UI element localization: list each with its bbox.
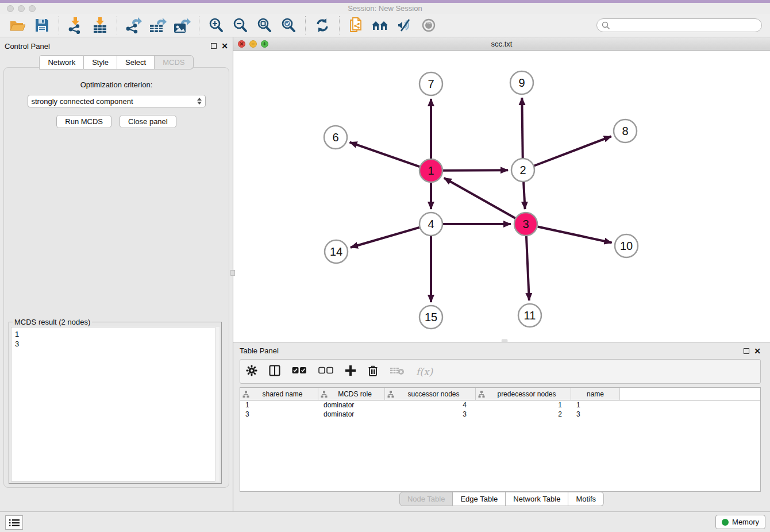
edge-4-14[interactable] [351, 228, 419, 248]
run-mcds-button[interactable]: Run MCDS [56, 115, 111, 128]
memory-label: Memory [732, 518, 759, 526]
network-window-titlebar[interactable]: ✕ − + scc.txt [233, 37, 770, 51]
delete-table-button[interactable] [390, 366, 405, 377]
float-panel-icon[interactable] [744, 348, 749, 354]
node-label: 1 [428, 164, 434, 177]
optimization-criterion-select[interactable]: strongly connected component [28, 95, 206, 107]
edge-1-6[interactable] [350, 142, 420, 167]
deselect-all-button[interactable] [318, 367, 333, 377]
node-label: 6 [332, 131, 338, 144]
clone-network-button[interactable] [346, 16, 366, 35]
delete-column-button[interactable] [368, 365, 378, 379]
hide-details-button[interactable] [395, 16, 414, 35]
node-label: 3 [522, 218, 529, 230]
close-panel-icon[interactable]: ✕ [754, 348, 761, 354]
selected-option-label: strongly connected component [32, 97, 197, 106]
node-11[interactable]: 11 [518, 304, 541, 327]
table-cell[interactable]: 1 [240, 401, 318, 409]
open-session-button[interactable] [8, 16, 28, 35]
save-session-button[interactable] [32, 16, 52, 35]
edge-1-2[interactable] [443, 170, 508, 171]
column-header-label: successor nodes [394, 390, 473, 398]
node-3[interactable]: 3 [514, 213, 537, 236]
node-9[interactable]: 9 [510, 71, 533, 94]
edge-2-8[interactable] [534, 136, 611, 165]
refresh-button[interactable] [313, 16, 332, 35]
column-header-shared-name[interactable]: shared name [240, 388, 318, 400]
close-panel-icon[interactable]: ✕ [221, 43, 228, 49]
node-1[interactable]: 1 [419, 159, 442, 182]
task-history-button[interactable] [5, 515, 23, 530]
close-panel-button[interactable]: Close panel [120, 115, 176, 128]
zoom-out-button[interactable] [230, 16, 250, 35]
split-view-button[interactable] [269, 365, 280, 379]
show-details-button[interactable] [419, 16, 438, 35]
edge-2-9[interactable] [522, 98, 522, 158]
select-all-button[interactable] [292, 367, 307, 377]
tab-edge-table[interactable]: Edge Table [453, 492, 506, 506]
function-builder-button[interactable]: f(x) [416, 366, 433, 377]
edge-3-11[interactable] [526, 236, 529, 300]
node-14[interactable]: 14 [325, 240, 348, 263]
zoom-selected-button[interactable] [279, 16, 298, 35]
column-header-MCDS-role[interactable]: MCDS role [318, 388, 385, 400]
first-neighbors-button[interactable] [371, 16, 390, 35]
search-field[interactable] [596, 18, 762, 32]
tab-style[interactable]: Style [84, 55, 117, 70]
gear-button[interactable] [246, 365, 257, 379]
column-header-predecessor-nodes[interactable]: predecessor nodes [476, 388, 571, 400]
tab-motifs[interactable]: Motifs [568, 492, 604, 506]
tab-select[interactable]: Select [117, 55, 155, 70]
node-6[interactable]: 6 [324, 126, 347, 149]
mcds-result-group: MCDS result (2 nodes) 1 3 [9, 322, 222, 484]
import-table-button[interactable] [90, 16, 110, 35]
network-graph[interactable]: 7968124314101511 [233, 51, 770, 342]
node-table[interactable]: shared nameMCDS rolesuccessor nodesprede… [240, 387, 761, 492]
add-column-button[interactable] [345, 365, 356, 379]
export-table-button[interactable] [148, 16, 168, 35]
mcds-result-text[interactable]: 1 3 [11, 327, 220, 481]
table-cell[interactable]: 1 [571, 401, 620, 409]
memory-button[interactable]: Memory [715, 515, 765, 529]
node-4[interactable]: 4 [419, 213, 442, 236]
table-row[interactable]: 1dominator411 [240, 400, 760, 410]
zoom-fit-button[interactable] [255, 16, 274, 35]
export-image-button[interactable] [172, 16, 192, 35]
node-label: 7 [428, 78, 434, 90]
result-scrollbar[interactable] [215, 327, 220, 481]
zoom-in-button[interactable] [206, 16, 226, 35]
table-cell[interactable]: 3 [240, 410, 318, 418]
hide-details-icon [396, 17, 413, 33]
tab-mcds[interactable]: MCDS [155, 55, 193, 70]
search-input[interactable] [613, 21, 757, 30]
node-10[interactable]: 10 [615, 234, 638, 257]
export-image-icon [173, 17, 191, 34]
table-cell[interactable]: 3 [571, 410, 620, 418]
node-8[interactable]: 8 [614, 119, 637, 142]
node-15[interactable]: 15 [419, 306, 442, 329]
edge-3-1[interactable] [444, 178, 515, 218]
table-cell[interactable]: 4 [385, 401, 476, 409]
split-view-icon [269, 365, 280, 376]
table-cell[interactable]: 2 [476, 410, 571, 418]
application-window: Session: New Session [0, 0, 770, 532]
node-7[interactable]: 7 [419, 72, 442, 95]
column-header-successor-nodes[interactable]: successor nodes [385, 388, 476, 400]
column-header-name[interactable]: name [571, 388, 620, 400]
edge-2-3[interactable] [523, 182, 525, 209]
edge-3-10[interactable] [538, 226, 612, 242]
tab-node-table[interactable]: Node Table [399, 492, 453, 506]
table-cell[interactable]: dominator [318, 410, 385, 418]
splitter-handle[interactable] [230, 270, 235, 276]
export-network-button[interactable] [124, 16, 144, 35]
tab-network[interactable]: Network [39, 55, 84, 70]
table-cell[interactable]: 3 [385, 410, 476, 418]
tab-network-table[interactable]: Network Table [506, 492, 568, 506]
table-cell[interactable]: dominator [318, 401, 385, 409]
table-cell[interactable]: 1 [476, 401, 571, 409]
float-panel-icon[interactable] [211, 43, 217, 49]
import-network-button[interactable] [66, 16, 86, 35]
table-row[interactable]: 3dominator323 [240, 410, 760, 419]
node-2[interactable]: 2 [511, 159, 534, 182]
network-canvas[interactable]: 7968124314101511 [233, 51, 770, 342]
